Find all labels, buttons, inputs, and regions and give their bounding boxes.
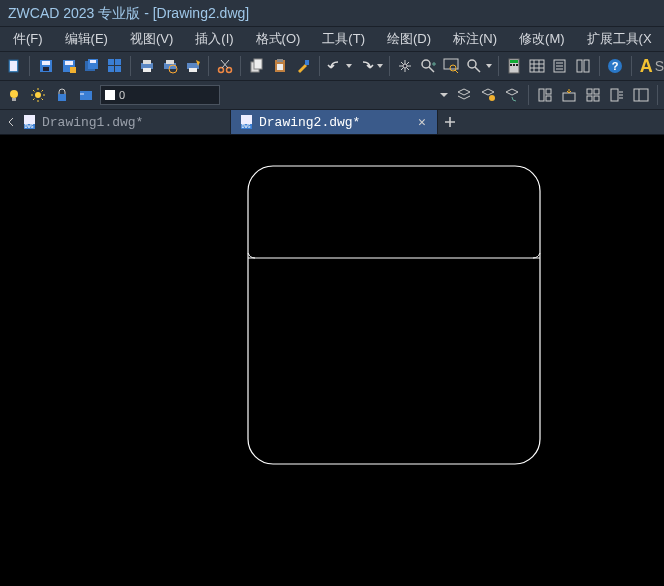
undo-icon[interactable]	[325, 55, 346, 77]
layer-manager-icon[interactable]	[453, 84, 475, 106]
menu-insert[interactable]: 插入(I)	[184, 27, 244, 51]
close-tab-icon[interactable]: ✕	[415, 115, 429, 129]
svg-rect-57	[587, 89, 592, 94]
svg-rect-11	[108, 59, 114, 65]
doc-tab-1[interactable]: DWG Drawing1.dwg*	[14, 110, 231, 134]
menu-ext[interactable]: 扩展工具(X	[576, 27, 663, 51]
separator-icon	[528, 85, 529, 105]
svg-rect-44	[584, 60, 589, 72]
svg-rect-58	[594, 89, 599, 94]
style-letter-icon[interactable]: S	[655, 58, 664, 74]
separator-icon	[498, 56, 499, 76]
menu-edit[interactable]: 编辑(E)	[54, 27, 119, 51]
table-icon[interactable]	[527, 55, 548, 77]
svg-rect-51	[80, 91, 92, 100]
new-doc-icon[interactable]	[3, 55, 24, 77]
small-dropdown-icon[interactable]	[436, 84, 452, 106]
menu-draw[interactable]: 绘图(D)	[376, 27, 442, 51]
print-icon[interactable]	[136, 55, 157, 77]
layout-icon[interactable]	[104, 55, 125, 77]
menu-annotate[interactable]: 标注(N)	[442, 27, 508, 51]
svg-point-35	[468, 60, 476, 68]
svg-point-52	[489, 95, 495, 101]
separator-icon	[240, 56, 241, 76]
layer-combo[interactable]: 0	[100, 85, 220, 105]
menu-view[interactable]: 视图(V)	[119, 27, 184, 51]
insert-block-icon[interactable]	[558, 84, 580, 106]
menu-modify[interactable]: 修改(M)	[508, 27, 576, 51]
svg-rect-1	[10, 61, 17, 71]
svg-rect-61	[611, 89, 618, 101]
calculator-icon[interactable]	[504, 55, 525, 77]
separator-icon	[631, 56, 632, 76]
plot-icon[interactable]	[182, 55, 203, 77]
copy-icon[interactable]	[246, 55, 267, 77]
separator-icon	[599, 56, 600, 76]
svg-rect-19	[166, 60, 174, 64]
match-prop-icon[interactable]	[293, 55, 314, 77]
zoom-dropdown-icon[interactable]	[484, 55, 494, 77]
svg-rect-48	[12, 98, 16, 101]
redo-icon[interactable]	[355, 55, 376, 77]
svg-text:DWG: DWG	[24, 124, 33, 130]
save-icon[interactable]	[35, 55, 56, 77]
zoom-window-icon[interactable]	[441, 55, 462, 77]
menu-tools[interactable]: 工具(T)	[311, 27, 376, 51]
svg-point-47	[10, 90, 18, 98]
svg-point-23	[218, 68, 223, 73]
help-icon[interactable]: ?	[605, 55, 626, 77]
toolbar-layers: 0	[0, 81, 664, 110]
menu-format[interactable]: 格式(O)	[245, 27, 312, 51]
layer-previous-icon[interactable]	[501, 84, 523, 106]
svg-rect-40	[516, 64, 518, 66]
tool-palette-icon[interactable]	[573, 55, 594, 77]
zoom-realtime-icon[interactable]	[418, 55, 439, 77]
block-edit-icon[interactable]	[606, 84, 628, 106]
block-icon[interactable]	[534, 84, 556, 106]
zoom-icon[interactable]	[464, 55, 485, 77]
text-style-icon[interactable]: A	[640, 55, 653, 77]
svg-rect-50	[58, 94, 66, 101]
svg-rect-7	[70, 67, 76, 73]
svg-rect-14	[115, 66, 121, 72]
bulb-icon[interactable]	[3, 84, 25, 106]
save-all-icon[interactable]	[81, 55, 102, 77]
svg-rect-37	[510, 60, 518, 63]
save-as-icon[interactable]	[58, 55, 79, 77]
print-preview-icon[interactable]	[159, 55, 180, 77]
cut-icon[interactable]	[214, 55, 235, 77]
design-center-icon[interactable]	[630, 84, 652, 106]
sun-icon[interactable]	[27, 84, 49, 106]
layer-open-icon[interactable]	[75, 84, 97, 106]
separator-icon	[208, 56, 209, 76]
svg-text:DWG: DWG	[241, 124, 250, 130]
layer-states-icon[interactable]	[477, 84, 499, 106]
svg-rect-17	[143, 68, 151, 72]
properties-icon[interactable]	[550, 55, 571, 77]
menu-file[interactable]: 件(F)	[2, 27, 54, 51]
svg-rect-59	[587, 96, 592, 101]
lock-icon[interactable]	[51, 84, 73, 106]
svg-rect-29	[277, 64, 283, 70]
new-tab-button[interactable]	[438, 110, 462, 134]
svg-rect-54	[546, 89, 551, 94]
undo-dropdown-icon[interactable]	[345, 55, 355, 77]
pan-icon[interactable]	[395, 55, 416, 77]
wblock-icon[interactable]	[582, 84, 604, 106]
redo-dropdown-icon[interactable]	[375, 55, 385, 77]
svg-rect-62	[634, 89, 648, 101]
separator-icon	[29, 56, 30, 76]
doc-tab-2[interactable]: DWG Drawing2.dwg* ✕	[231, 110, 438, 134]
svg-text:?: ?	[612, 60, 619, 72]
svg-rect-60	[594, 96, 599, 101]
separator-icon	[389, 56, 390, 76]
menubar: 件(F) 编辑(E) 视图(V) 插入(I) 格式(O) 工具(T) 绘图(D)…	[0, 27, 664, 52]
paste-icon[interactable]	[269, 55, 290, 77]
svg-rect-3	[42, 61, 50, 65]
drawing-canvas[interactable]	[0, 135, 664, 586]
svg-rect-10	[90, 60, 96, 63]
svg-point-31	[403, 64, 407, 68]
dwg-file-icon: DWG	[22, 114, 38, 130]
svg-rect-26	[254, 59, 262, 69]
separator-icon	[319, 56, 320, 76]
